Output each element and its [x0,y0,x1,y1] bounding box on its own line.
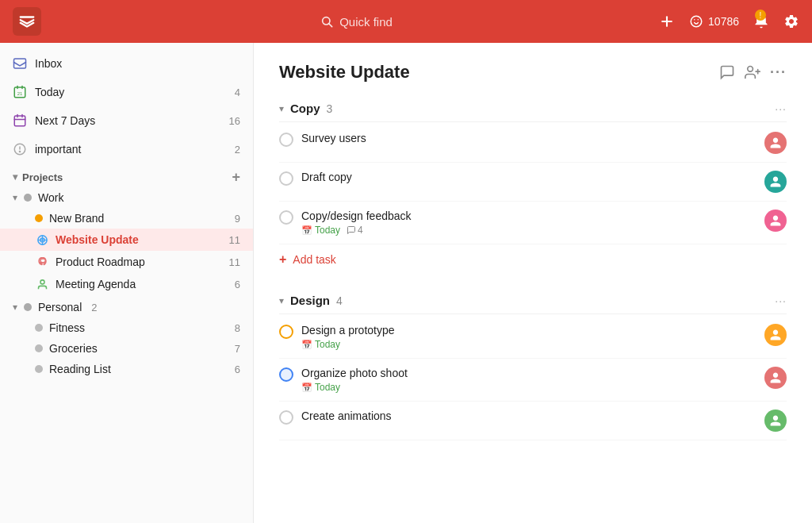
sidebar-item-important[interactable]: important 2 [0,135,253,163]
task-avatar-5 [764,367,787,389]
copy-section-name: Copy [290,102,320,115]
notifications-button[interactable]: ! [753,13,769,29]
page-title: Website Update [279,62,719,83]
design-section-toggle[interactable]: ▾ [279,295,284,306]
add-task-copy[interactable]: + Add task [279,244,787,275]
table-row[interactable]: Survey users [279,124,787,163]
fitness-count: 8 [235,322,240,334]
groceries-label: Groceries [49,342,228,355]
svg-point-22 [748,67,753,72]
task-body-4: Design a prototype 📅 Today [301,324,756,350]
websiteupdate-count: 11 [229,234,240,246]
today-label-5: Today [315,382,340,393]
app-header: Quick find 10786 ! [0,0,812,43]
next7-label: Next 7 Days [35,114,221,127]
personal-label: Personal [38,301,82,313]
today-label-4: Today [315,339,340,350]
newbrand-count: 9 [235,213,240,225]
comments-button[interactable] [719,64,735,80]
task-body-3: Copy/design feedback 📅 Today 4 [301,210,756,236]
task-check-2[interactable] [279,171,293,186]
design-section: ▾ Design 4 ··· Design a prototype 📅 Toda… [279,294,787,440]
table-row[interactable]: Organize photo shoot 📅 Today [279,359,787,402]
task-meta-4: 📅 Today [301,339,756,350]
project-item-readinglist[interactable]: Reading List 6 [0,359,253,379]
sidebar-item-today[interactable]: 21 Today 4 [0,78,253,106]
personal-dot [24,303,32,311]
content-actions: ··· [719,64,787,81]
project-item-meetingagenda[interactable]: Meeting Agenda 6 [0,273,253,295]
table-row[interactable]: Draft copy [279,163,787,202]
readinglist-label: Reading List [49,363,228,375]
design-section-header: ▾ Design 4 ··· [279,294,787,314]
task-check-6[interactable] [279,410,293,425]
websiteupdate-icon [35,233,49,247]
today-label-3: Today [315,225,340,236]
newbrand-label: New Brand [49,212,228,225]
task-body-1: Survey users [301,132,756,144]
app-logo[interactable] [13,7,41,36]
design-section-name: Design [290,294,330,307]
project-item-newbrand[interactable]: New Brand 9 [0,208,253,229]
sidebar-item-next7[interactable]: Next 7 Days 16 [0,106,253,135]
quick-find-button[interactable]: Quick find [320,15,393,29]
personal-chevron[interactable]: ▾ [13,302,17,313]
task-meta-5: 📅 Today [301,382,756,393]
personal-group: ▾ Personal 2 Fitness 8 Groceries 7 Readi… [0,297,253,379]
work-label: Work [38,191,63,204]
task-avatar-3 [764,210,787,232]
task-check-4[interactable] [279,325,293,339]
settings-button[interactable] [783,13,799,29]
work-chevron[interactable]: ▾ [13,192,17,203]
sidebar-item-inbox[interactable]: Inbox [0,49,253,78]
project-item-websiteupdate[interactable]: Website Update 11 [0,229,253,251]
svg-text:21: 21 [17,91,23,96]
more-options-button[interactable]: ··· [770,64,787,81]
table-row[interactable]: Create animations [279,402,787,440]
comment-count-3: 4 [358,225,363,236]
inbox-label: Inbox [35,57,240,70]
task-today-tag-5: 📅 Today [301,382,340,393]
add-project-button[interactable]: + [232,170,240,184]
meetingagenda-icon [35,277,49,291]
important-icon [13,142,27,156]
header-actions: 10786 ! [659,13,799,29]
productroadmap-label: Product Roadmap [56,256,223,268]
calendar-icon-4: 📅 [301,340,312,350]
sidebar: Inbox 21 Today 4 Next 7 Days 16 importan… [0,43,254,523]
personal-group-header[interactable]: ▾ Personal 2 [0,297,253,317]
svg-line-1 [329,24,332,27]
work-group-header[interactable]: ▾ Work [0,187,253,208]
add-button[interactable] [659,13,675,29]
svg-point-16 [19,151,20,152]
task-check-3[interactable] [279,210,293,225]
inbox-icon [13,56,27,71]
project-item-productroadmap[interactable]: Product Roadmap 11 [0,251,253,273]
design-section-more[interactable]: ··· [775,294,787,307]
task-meta-3: 📅 Today 4 [301,225,756,236]
search-area: Quick find [54,15,659,29]
add-task-label-copy: Add task [293,253,335,266]
table-row[interactable]: Copy/design feedback 📅 Today 4 [279,202,787,244]
readinglist-dot [35,365,43,373]
task-body-5: Organize photo shoot 📅 Today [301,367,756,393]
content-header: Website Update ··· [279,62,787,83]
copy-section-more[interactable]: ··· [775,102,787,115]
task-body-2: Draft copy [301,171,756,183]
project-item-groceries[interactable]: Groceries 7 [0,338,253,359]
fitness-dot [35,324,43,332]
copy-section: ▾ Copy 3 ··· Survey users Draft copy [279,102,787,275]
svg-point-4 [691,16,702,27]
copy-section-toggle[interactable]: ▾ [279,103,284,114]
productroadmap-icon [35,255,49,269]
project-item-fitness[interactable]: Fitness 8 [0,317,253,338]
karma-display[interactable]: 10786 [689,14,739,29]
task-check-1[interactable] [279,133,293,147]
newbrand-dot [35,214,43,222]
add-member-button[interactable] [745,64,760,80]
projects-chevron[interactable]: ▾ [13,171,17,183]
copy-section-count: 3 [327,102,333,115]
task-avatar-4 [764,324,787,346]
table-row[interactable]: Design a prototype 📅 Today [279,316,787,359]
task-check-5[interactable] [279,367,293,382]
